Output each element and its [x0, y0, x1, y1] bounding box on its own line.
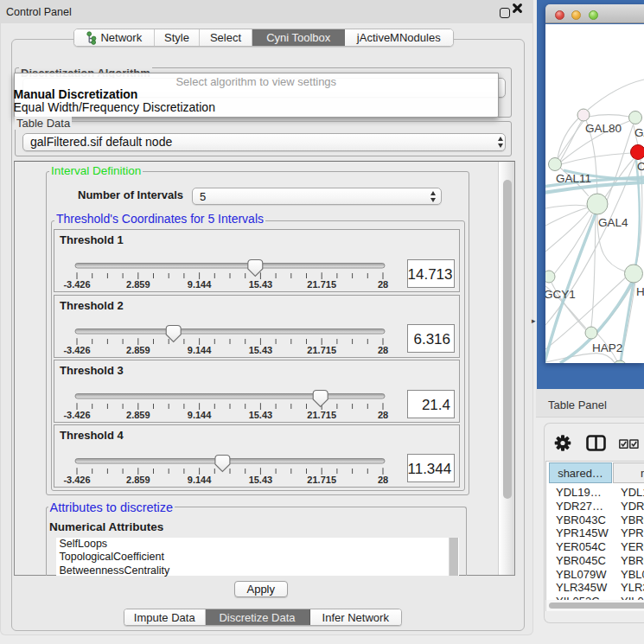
svg-text:HI: HI	[636, 285, 644, 298]
svg-text:9.144: 9.144	[188, 345, 212, 355]
svg-text:9.144: 9.144	[188, 279, 212, 290]
svg-text:28: 28	[378, 345, 388, 355]
svg-text:28: 28	[378, 279, 388, 290]
svg-text:9.144: 9.144	[188, 475, 212, 485]
svg-text:21.715: 21.715	[307, 410, 336, 420]
svg-text:28: 28	[378, 475, 388, 485]
svg-text:15.43: 15.43	[249, 345, 273, 355]
svg-text:15.43: 15.43	[249, 410, 273, 420]
svg-text:21.715: 21.715	[307, 475, 336, 485]
svg-text:-3.426: -3.426	[63, 410, 90, 420]
svg-text:GAL: GAL	[634, 126, 644, 139]
svg-text:2.859: 2.859	[126, 279, 150, 290]
svg-text:HAP2: HAP2	[592, 341, 622, 354]
svg-text:2.859: 2.859	[126, 345, 150, 355]
svg-text:GAL80: GAL80	[585, 122, 622, 135]
svg-text:15.43: 15.43	[249, 279, 273, 290]
svg-text:2.859: 2.859	[126, 475, 150, 485]
svg-text:-3.426: -3.426	[63, 345, 90, 355]
svg-text:15.43: 15.43	[249, 475, 273, 485]
svg-text:28: 28	[378, 410, 388, 420]
svg-text:-3.426: -3.426	[63, 279, 90, 290]
svg-text:21.715: 21.715	[307, 345, 336, 355]
svg-text:GCY1: GCY1	[545, 288, 576, 301]
svg-text:GAL4: GAL4	[598, 216, 628, 229]
svg-text:9.144: 9.144	[188, 410, 212, 420]
svg-text:CY: CY	[637, 160, 644, 173]
svg-text:-3.426: -3.426	[63, 475, 90, 485]
svg-text:21.715: 21.715	[307, 279, 336, 290]
svg-text:GAL11: GAL11	[556, 172, 591, 185]
svg-text:2.859: 2.859	[126, 410, 150, 420]
